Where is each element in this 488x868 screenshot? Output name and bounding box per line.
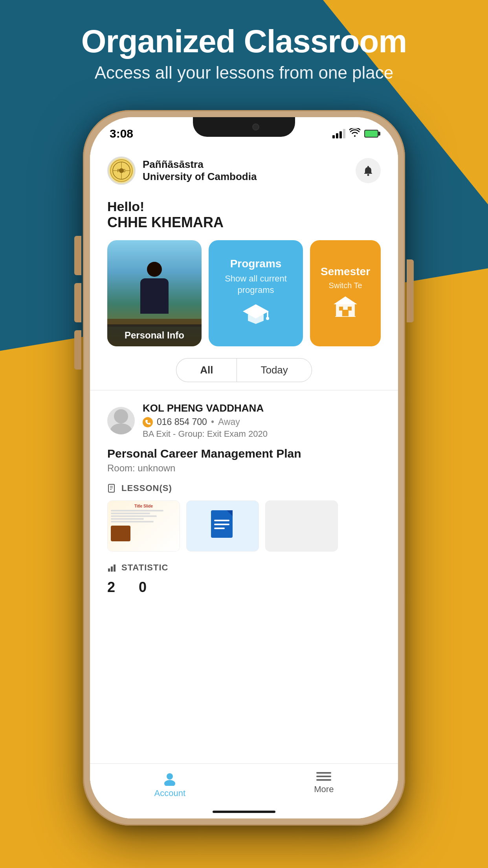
stat-section: STATISTIC 2 0 xyxy=(107,563,381,596)
personal-info-label-text: Personal Info xyxy=(125,330,184,340)
book-icon xyxy=(107,484,117,493)
notch-camera xyxy=(252,123,259,131)
filter-row: All Today xyxy=(90,346,398,390)
phone-icon xyxy=(143,417,153,427)
app-content: PUC Paññāsāstra University of Cambodia xyxy=(90,145,398,818)
lesson-thumbnails: Title Slide xyxy=(107,500,381,552)
hello-text: Hello! xyxy=(107,199,381,214)
nav-more[interactable]: More xyxy=(314,771,334,794)
lesson-card: KOL PHENG VADDHANA 016 854 700 • Away xyxy=(90,390,398,607)
header-title: Organized Classroom xyxy=(0,24,488,59)
svg-point-17 xyxy=(110,423,132,434)
svg-point-9 xyxy=(266,317,269,320)
svg-rect-34 xyxy=(316,779,331,781)
chart-icon xyxy=(107,563,117,572)
battery-icon xyxy=(364,130,378,138)
course-room: Room: unknown xyxy=(107,463,381,474)
semester-card-subtitle: Switch Te xyxy=(328,281,362,290)
personal-info-card[interactable]: Personal Info xyxy=(107,240,202,346)
wifi-icon xyxy=(349,128,360,139)
cards-row: Personal Info Programs Show all current … xyxy=(90,240,398,346)
teacher-name: KOL PHENG VADDHANA xyxy=(143,402,381,414)
teacher-row: KOL PHENG VADDHANA 016 854 700 • Away xyxy=(107,402,381,439)
filter-today-button[interactable]: Today xyxy=(237,358,312,382)
lessons-label-text: LESSON(S) xyxy=(121,483,172,493)
svg-marker-11 xyxy=(334,296,357,304)
account-icon xyxy=(162,771,177,786)
university-header: PUC Paññāsāstra University of Cambodia xyxy=(90,145,398,193)
more-icon xyxy=(316,771,331,782)
phone-screen: 3:08 xyxy=(90,117,398,818)
teacher-avatar xyxy=(107,407,135,434)
header-subtitle: Access all your lessons from one place xyxy=(0,63,488,83)
stat-numbers: 2 0 xyxy=(107,579,381,596)
stat-label: STATISTIC xyxy=(107,563,381,573)
course-title: Personal Career Management Plan xyxy=(107,447,381,460)
status-icons xyxy=(332,123,378,139)
building-icon xyxy=(334,296,357,322)
home-indicator xyxy=(213,811,275,813)
filter-all-button[interactable]: All xyxy=(176,358,237,382)
document-icon xyxy=(209,509,237,543)
graduation-cap-icon xyxy=(242,302,270,329)
svg-text:PUC: PUC xyxy=(117,169,125,173)
teacher-status: • xyxy=(211,417,214,427)
university-logo[interactable]: PUC xyxy=(107,156,136,185)
notch xyxy=(193,117,295,137)
teacher-phone: 016 854 700 xyxy=(157,417,207,427)
svg-rect-27 xyxy=(108,568,110,572)
teacher-away-status: Away xyxy=(218,417,240,427)
nav-more-label: More xyxy=(314,784,334,794)
stat-num-1: 2 xyxy=(107,579,115,596)
svg-point-30 xyxy=(167,773,173,780)
phone-frame: 3:08 xyxy=(83,110,405,826)
uni-name-line2: University of Cambodia xyxy=(143,171,257,183)
lesson-thumb-1[interactable]: Title Slide xyxy=(107,500,180,552)
personal-info-label: Personal Info xyxy=(107,324,202,346)
semester-card[interactable]: Semester Switch Te xyxy=(310,240,381,346)
lessons-label: LESSON(S) xyxy=(107,483,381,493)
bottom-nav: Account More xyxy=(90,763,398,818)
user-name: CHHE KHEMARA xyxy=(107,214,381,231)
programs-card-subtitle: Show all current programs xyxy=(216,273,295,296)
programs-card-title: Programs xyxy=(230,257,282,270)
stat-num-2: 0 xyxy=(139,579,147,596)
svg-rect-14 xyxy=(342,310,349,317)
svg-rect-18 xyxy=(108,484,114,492)
semester-card-title: Semester xyxy=(321,265,370,278)
header-section: Organized Classroom Access all your less… xyxy=(0,24,488,83)
hello-section: Hello! CHHE KHEMARA xyxy=(90,193,398,240)
svg-rect-29 xyxy=(114,565,116,572)
nav-account[interactable]: Account xyxy=(154,771,186,798)
svg-rect-33 xyxy=(316,776,331,777)
lesson-thumb-3[interactable] xyxy=(265,500,338,552)
teacher-info: KOL PHENG VADDHANA 016 854 700 • Away xyxy=(143,402,381,439)
stat-label-text: STATISTIC xyxy=(121,563,168,573)
svg-point-31 xyxy=(164,780,175,786)
svg-rect-28 xyxy=(111,566,113,572)
svg-point-16 xyxy=(114,409,128,423)
lesson-thumb-2[interactable] xyxy=(186,500,259,552)
programs-card[interactable]: Programs Show all current programs xyxy=(209,240,303,346)
uni-name-line1: Paññāsāstra xyxy=(143,158,257,171)
signal-bars-icon xyxy=(332,129,345,138)
uni-logo-area: PUC Paññāsāstra University of Cambodia xyxy=(107,156,257,185)
notification-bell-button[interactable] xyxy=(356,158,381,183)
svg-point-6 xyxy=(367,174,369,176)
university-name: Paññāsāstra University of Cambodia xyxy=(143,158,257,183)
status-time: 3:08 xyxy=(110,122,133,140)
svg-rect-32 xyxy=(316,772,331,774)
teacher-contact: 016 854 700 • Away xyxy=(143,417,381,427)
nav-account-label: Account xyxy=(154,788,186,798)
teacher-group: BA Exit - Group: Exit Exam 2020 xyxy=(143,429,381,439)
phone-wrapper: 3:08 xyxy=(83,110,405,826)
